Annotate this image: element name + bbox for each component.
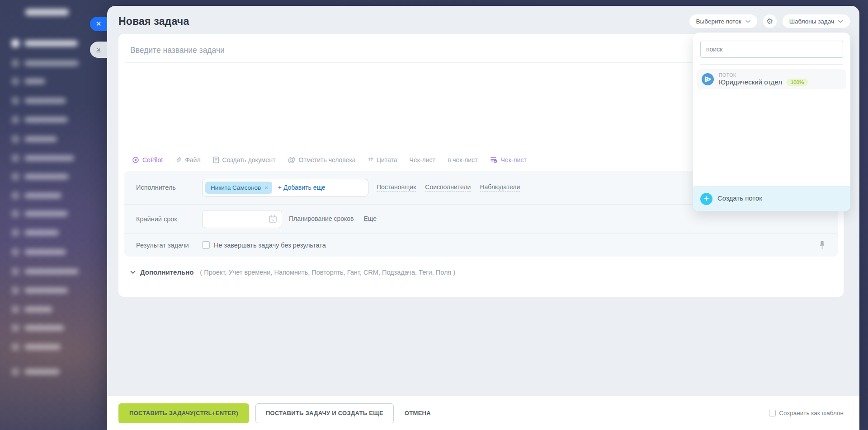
sidebar-blurred-icon xyxy=(12,248,19,256)
sidebar-blurred-text xyxy=(24,344,61,350)
additional-label[interactable]: Дополнительно xyxy=(140,268,193,276)
task-templates-label: Шаблоны задач xyxy=(789,18,834,25)
sidebar-blurred-item xyxy=(25,9,69,15)
sidebar-blurred-icon xyxy=(12,287,19,294)
submit-task-button[interactable]: ПОСТАВИТЬ ЗАДАЧУ(CTRL+ENTER) xyxy=(118,403,249,423)
require-result-checkbox[interactable] xyxy=(202,241,210,249)
additional-section[interactable]: Дополнительно ( Проект, Учет времени, На… xyxy=(118,257,844,276)
add-assignee-button[interactable]: + Добавить еще xyxy=(278,184,326,191)
at-icon: @ xyxy=(288,155,295,164)
select-flow-button[interactable]: Выберите поток xyxy=(689,14,757,28)
sidebar-blurred-item xyxy=(12,287,68,294)
assignee-chip[interactable]: Никита Самсонов × xyxy=(205,182,272,194)
originator-link[interactable]: Постановщик xyxy=(377,183,416,192)
document-icon xyxy=(213,156,219,164)
create-flow-label: Создать поток xyxy=(717,194,762,203)
sidebar-blurred-item xyxy=(12,136,57,143)
require-result-checkbox-label: Не завершать задачу без результата xyxy=(214,242,326,249)
sidebar-blurred-icon xyxy=(12,210,19,217)
sidebar-blurred-text xyxy=(24,136,57,142)
blurred-background-sidebar xyxy=(0,0,107,430)
assignee-box[interactable]: Никита Самсонов × + Добавить еще xyxy=(202,179,368,196)
settings-button[interactable]: ⚙ xyxy=(763,14,777,28)
sidebar-blurred-item xyxy=(12,97,66,104)
sidebar-blurred-item xyxy=(12,173,69,180)
toolbar-mention-person[interactable]: @ Отметить человека xyxy=(288,155,355,164)
sidebar-blurred-icon xyxy=(12,40,19,47)
flow-name: Юридический отдел xyxy=(719,78,782,86)
new-task-modal: ✕ Новая задача Выберите поток ⚙ Шаблоны … xyxy=(107,6,859,430)
sidebar-blurred-text xyxy=(24,230,59,235)
sidebar-blurred-icon xyxy=(12,368,19,375)
toolbar-file[interactable]: Файл xyxy=(175,156,200,164)
toolbar-quote[interactable]: ” Цитата xyxy=(368,156,397,164)
sidebar-blurred-icon xyxy=(12,116,19,123)
sidebar-blurred-text xyxy=(24,249,66,255)
sidebar-blurred-text xyxy=(24,98,66,103)
chevron-down-icon xyxy=(745,20,750,23)
flow-dropdown: ПОТОК Юридический отдел 100% + Создать п… xyxy=(693,33,850,211)
checklist-icon xyxy=(490,156,498,164)
plus-icon: + xyxy=(700,193,712,205)
additional-options-list: ( Проект, Учет времени, Напомнить, Повто… xyxy=(200,269,455,276)
co-executors-link[interactable]: Соисполнители xyxy=(425,183,471,192)
copilot-icon xyxy=(132,156,139,164)
flow-item-legal-department[interactable]: ПОТОК Юридический отдел 100% xyxy=(697,69,846,89)
modal-footer: ПОСТАВИТЬ ЗАДАЧУ(CTRL+ENTER) ПОСТАВИТЬ З… xyxy=(107,396,859,430)
sidebar-blurred-text xyxy=(24,155,74,161)
svg-text:24: 24 xyxy=(271,219,274,222)
paperclip-icon xyxy=(175,157,182,164)
sidebar-blurred-item xyxy=(12,343,61,351)
flow-search-input[interactable] xyxy=(700,41,843,58)
toolbar-checklist-ai[interactable]: Чек-лист xyxy=(490,156,527,164)
sidebar-blurred-item xyxy=(12,248,66,256)
sidebar-blurred-icon xyxy=(12,306,19,313)
sidebar-blurred-item xyxy=(12,116,68,123)
task-result-row: Результат задачи Не завершать задачу без… xyxy=(124,233,838,257)
modal-header: Новая задача Выберите поток ⚙ Шаблоны за… xyxy=(107,6,859,34)
close-button[interactable]: ✕ xyxy=(90,17,107,31)
observers-link[interactable]: Наблюдатели xyxy=(480,183,520,192)
submit-and-create-more-button[interactable]: ПОСТАВИТЬ ЗАДАЧУ И СОЗДАТЬ ЕЩЕ xyxy=(255,403,394,423)
sidebar-blurred-text xyxy=(25,9,69,15)
sidebar-blurred-text xyxy=(24,288,68,293)
schedule-planning-link[interactable]: Планирование сроков xyxy=(289,215,354,223)
sidebar-blurred-item xyxy=(12,306,52,313)
toolbar-copilot[interactable]: CoPilot xyxy=(132,156,163,164)
pin-icon[interactable] xyxy=(819,240,825,250)
more-link[interactable]: Еще xyxy=(364,215,377,223)
sidebar-blurred-icon xyxy=(12,136,19,143)
remove-assignee-icon[interactable]: × xyxy=(264,184,268,191)
toolbar-checklist[interactable]: Чек-лист xyxy=(410,156,435,164)
sidebar-blurred-text xyxy=(24,269,79,274)
sidebar-blurred-text xyxy=(24,61,79,66)
sidebar-blurred-icon xyxy=(12,97,19,104)
toolbar-create-document[interactable]: Создать документ xyxy=(213,156,276,164)
deadline-date-input[interactable]: 24 xyxy=(202,210,282,228)
sidebar-blurred-text xyxy=(24,369,60,374)
save-as-template-checkbox[interactable] xyxy=(769,410,776,416)
deadline-label: Крайний срок xyxy=(136,215,202,223)
task-templates-button[interactable]: Шаблоны задач xyxy=(783,14,850,28)
sidebar-blurred-item xyxy=(12,60,79,67)
sidebar-blurred-text xyxy=(24,325,64,331)
calendar-icon: 24 xyxy=(269,215,277,223)
sidebar-blurred-text xyxy=(24,174,69,179)
cancel-button[interactable]: ОТМЕНА xyxy=(400,403,435,423)
sidebar-blurred-item xyxy=(12,40,78,47)
task-result-label: Результат задачи xyxy=(136,242,202,249)
sidebar-blurred-icon xyxy=(12,324,19,332)
assignee-label: Исполнитель xyxy=(136,184,202,191)
collapse-button[interactable] xyxy=(90,42,107,58)
sidebar-blurred-icon xyxy=(12,192,19,199)
sidebar-blurred-text xyxy=(24,41,78,46)
create-flow-button[interactable]: + Создать поток xyxy=(693,186,850,211)
sidebar-blurred-icon xyxy=(12,343,19,351)
save-as-template-label: Сохранить как шаблон xyxy=(779,410,844,416)
select-flow-label: Выберите поток xyxy=(696,18,741,25)
page-title: Новая задача xyxy=(118,15,189,28)
sidebar-blurred-icon xyxy=(12,268,19,275)
sidebar-blurred-item xyxy=(12,210,68,217)
sidebar-blurred-icon xyxy=(12,173,19,180)
toolbar-to-checklist[interactable]: в чек-лист xyxy=(448,156,478,164)
